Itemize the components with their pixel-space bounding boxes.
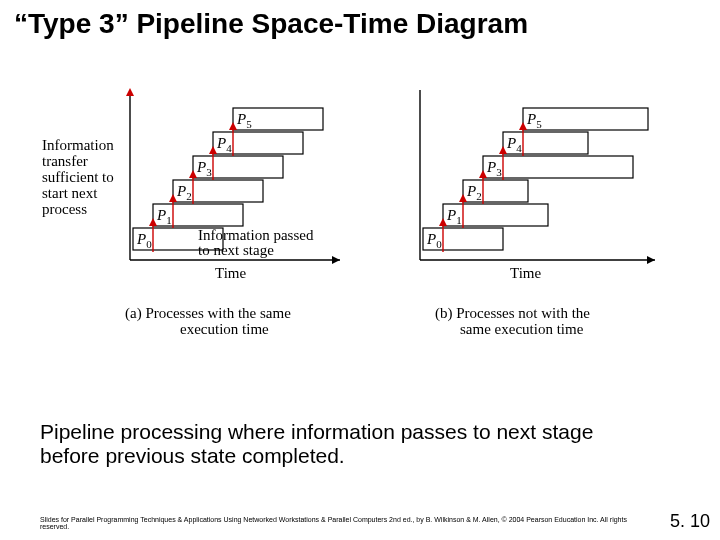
caption-a-l1: (a) Processes with the same	[125, 305, 291, 322]
axis-time-a: Time	[215, 265, 246, 281]
caption-a-l2: execution time	[180, 321, 269, 337]
caption-b-l2: same execution time	[460, 321, 584, 337]
page-number: 5. 10	[670, 511, 710, 532]
annot-mid-l1: Information passed	[198, 227, 314, 243]
svg-rect-35	[483, 156, 633, 178]
svg-marker-1	[126, 88, 134, 96]
annot-mid-l2: to next stage	[198, 242, 274, 258]
slide: “Type 3” Pipeline Space-Time Diagram P0 …	[0, 0, 720, 540]
svg-marker-31	[647, 256, 655, 264]
svg-text:Information
      transfer
   : Information transfer sufficient to start…	[42, 137, 118, 217]
annot-left-l2: transfer	[42, 153, 88, 169]
slide-title: “Type 3” Pipeline Space-Time Diagram	[14, 8, 528, 40]
svg-text:Information passed
      to ne: Information passed to next stage	[198, 227, 317, 258]
annot-left-l5: process	[42, 201, 87, 217]
annot-left-l1: Information	[42, 137, 114, 153]
slide-footer: Slides for Parallel Programming Techniqu…	[40, 516, 640, 530]
axis-time-b: Time	[510, 265, 541, 281]
annot-left-l4: start next	[42, 185, 98, 201]
slide-body: Pipeline processing where information pa…	[40, 420, 640, 468]
svg-marker-3	[332, 256, 340, 264]
caption-b-l1: (b) Processes not with the	[435, 305, 590, 322]
annot-left-l3: sufficient to	[42, 169, 114, 185]
pipeline-diagram: P0 P1 P2 P3 P4 P5 Information transfer s…	[40, 60, 680, 390]
svg-rect-37	[523, 108, 648, 130]
